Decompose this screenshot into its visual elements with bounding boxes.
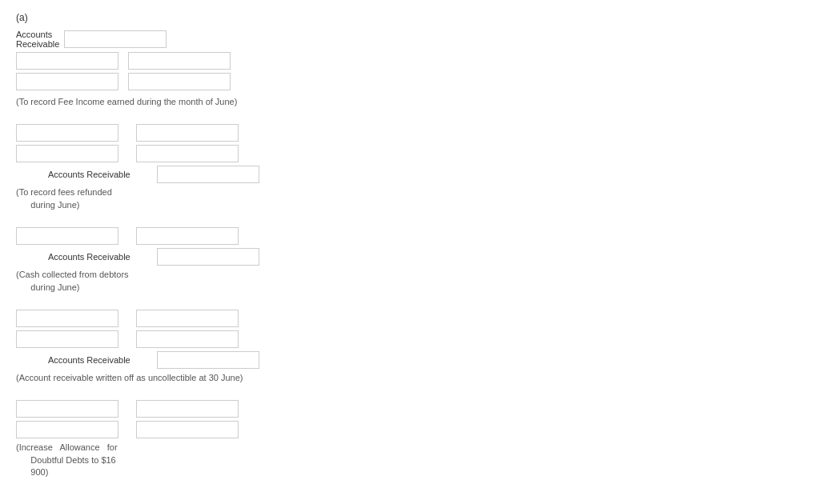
journal-entry-3: Accounts Receivable (Cash collected from… (16, 227, 819, 294)
entry4-row3: Accounts Receivable (16, 351, 819, 369)
journal-entry-4: Accounts Receivable (Account receivable … (16, 310, 819, 384)
entry2-row1 (16, 124, 819, 142)
entry5-right1-input[interactable] (136, 400, 239, 418)
section-a-label: (a) (16, 12, 819, 23)
entry3-account-label: Accounts Receivable (16, 252, 152, 262)
journal-entry-1: Accounts Receivable (To record Fee Incom… (16, 30, 819, 108)
entry4-credit-input[interactable] (157, 351, 259, 369)
entry3-note: (Cash collected from debtors during June… (16, 269, 819, 294)
entry5-left1-input[interactable] (16, 400, 118, 418)
entry5-row1 (16, 400, 819, 418)
entry2-note: (To record fees refunded during June) (16, 186, 819, 211)
entry3-left1-input[interactable] (16, 227, 118, 245)
entry3-right1-input[interactable] (136, 227, 239, 245)
entry4-note: (Account receivable written off as uncol… (16, 372, 819, 384)
entry1-note: (To record Fee Income earned during the … (16, 96, 819, 108)
entry4-left1-input[interactable] (16, 310, 118, 327)
entry4-left2-input[interactable] (16, 330, 118, 348)
entry2-right1-input[interactable] (136, 124, 239, 142)
entry1-row3 (16, 73, 160, 90)
entry5-right2-input[interactable] (136, 421, 239, 438)
entry5-note: (Increase Allowance for Doubtful Debts t… (16, 442, 819, 478)
entry1-right3-input[interactable] (128, 73, 231, 90)
entry4-right2-input[interactable] (136, 330, 239, 348)
page-container: (a) Accounts Receivable (16, 12, 819, 479)
entry3-credit-input[interactable] (157, 248, 259, 266)
entry1-right2-input[interactable] (128, 52, 231, 70)
entry4-account-label: Accounts Receivable (16, 355, 152, 365)
entry4-row1 (16, 310, 819, 327)
entry1-left3-input[interactable] (16, 73, 118, 90)
entry3-row2: Accounts Receivable (16, 248, 819, 266)
entry2-credit-input[interactable] (157, 166, 259, 183)
entry2-right2-input[interactable] (136, 145, 239, 162)
entry1-row1-left: Accounts Receivable (16, 30, 160, 49)
entry3-row1 (16, 227, 819, 245)
entry1-debit1-input[interactable] (64, 30, 167, 48)
entry1-left2-input[interactable] (16, 52, 118, 70)
journal-entry-5: (Increase Allowance for Doubtful Debts t… (16, 400, 819, 478)
entry2-left1-input[interactable] (16, 124, 118, 142)
entry1-row2 (16, 52, 160, 70)
entry2-left2-input[interactable] (16, 145, 118, 162)
journal-entry-2: Accounts Receivable (To record fees refu… (16, 124, 819, 211)
entry4-row2 (16, 330, 819, 348)
entry4-right1-input[interactable] (136, 310, 239, 327)
entry2-account-label: Accounts Receivable (16, 170, 152, 179)
entry2-row2 (16, 145, 819, 162)
entry2-row3: Accounts Receivable (16, 166, 819, 183)
entry1-account1-label: Accounts Receivable (16, 30, 59, 49)
entry5-left2-input[interactable] (16, 421, 118, 438)
entry5-row2 (16, 421, 819, 438)
